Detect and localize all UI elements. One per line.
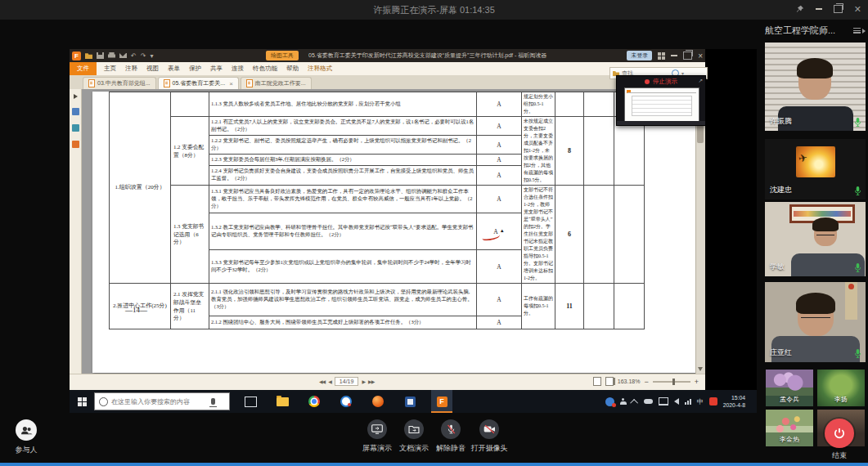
menu-home[interactable]: 主页 xyxy=(104,65,116,73)
participant-list-icon[interactable] xyxy=(853,28,866,34)
restore-icon[interactable] xyxy=(834,5,843,13)
taskbar-search[interactable] xyxy=(94,392,230,410)
doc-tab-3[interactable]: 南工院党政工作要... xyxy=(241,77,312,89)
doc-tab-1[interactable]: 03.中共教育部党组... xyxy=(83,77,156,89)
undo-icon[interactable]: ↶ xyxy=(131,52,137,60)
taskbar-clock[interactable]: 15:04 2020-4-8 xyxy=(723,394,745,409)
participant-video-zhuangyahong[interactable]: 庄亚红 xyxy=(765,282,866,362)
document-icon xyxy=(88,79,95,87)
table-cell: 2.1 发挥党支部战斗堡垒作用（11分） xyxy=(171,284,209,329)
zoom-in-icon[interactable]: + xyxy=(695,378,699,386)
redo-icon[interactable]: ↷ xyxy=(141,52,146,60)
participant-tile-shenjianzhong[interactable]: ✈ 沈建忠 xyxy=(765,139,866,199)
bookmarks-panel-icon[interactable] xyxy=(72,108,79,115)
contacts-tray-icon[interactable] xyxy=(620,398,627,405)
participant-video-xuemin[interactable]: 学敏 xyxy=(765,202,866,276)
menu-share[interactable]: 共享 xyxy=(210,65,223,73)
participant-name: 庄亚红 xyxy=(770,347,792,358)
foxit-logo-icon[interactable]: F xyxy=(72,52,81,60)
chrome-button[interactable] xyxy=(304,390,325,413)
participant-video-xuzhenteng[interactable]: 许振腾 xyxy=(765,43,866,131)
table-cell: 1.3.1 党支部书记应当具备良好政治素质，热爱党的工作，具有一定的政策理论水平… xyxy=(209,186,477,213)
table-cell xyxy=(614,284,645,329)
participant-tile-menglingbing[interactable]: 孟令兵 xyxy=(766,370,813,406)
menu-comment[interactable]: 注释 xyxy=(125,65,137,73)
search-mic-icon[interactable] xyxy=(211,398,215,405)
camera-off-icon xyxy=(483,424,496,434)
first-page-icon[interactable]: ◀◀ xyxy=(319,379,325,384)
pdf-minimize-icon[interactable] xyxy=(671,55,677,56)
camera-on-button[interactable]: 打开摄像头 xyxy=(465,419,514,454)
mic-muted-icon xyxy=(446,423,456,435)
camera-on-label: 打开摄像头 xyxy=(465,443,514,454)
minimize-icon[interactable] xyxy=(816,8,822,10)
doc-tab-2-label: 05.省委教育工委关... xyxy=(173,79,226,87)
menu-connect[interactable]: 连接 xyxy=(232,65,244,73)
close-icon[interactable]: ✕ xyxy=(854,3,861,15)
stop-presenting-button[interactable]: 停止演示 xyxy=(653,78,677,86)
participant-tile-lijinre[interactable]: 李金热 xyxy=(766,410,813,446)
open-file-icon[interactable] xyxy=(85,52,92,59)
browser-q-button[interactable] xyxy=(335,390,357,413)
table-cell: 支部书记不符合选任条件扣1-2分，教师党支部书记不是“双带头人”的扣2分。学生担… xyxy=(522,186,555,284)
next-page-icon[interactable]: ▶ xyxy=(362,379,365,384)
app-blue-button[interactable] xyxy=(399,390,421,413)
tab-close-icon[interactable]: × xyxy=(229,80,233,87)
task-view-button[interactable] xyxy=(240,390,261,413)
last-page-icon[interactable]: ▶▶ xyxy=(368,379,374,384)
ime-indicator[interactable]: 中 xyxy=(697,397,704,406)
browser-update-tray-icon[interactable] xyxy=(605,397,614,406)
menu-view[interactable]: 视图 xyxy=(146,65,159,73)
person-face xyxy=(798,62,831,100)
vertical-scrollbar[interactable] xyxy=(695,89,705,374)
menu-help[interactable]: 帮助 xyxy=(286,65,299,73)
menu-comment-format[interactable]: 注释格式 xyxy=(308,65,332,73)
doc-tab-2-active[interactable]: 05.省委教育工委关... × xyxy=(158,77,239,89)
scroll-down-icon[interactable] xyxy=(698,367,703,371)
facing-page-view-icon[interactable] xyxy=(605,377,614,386)
blue-app-icon xyxy=(405,397,416,407)
zoom-out-icon[interactable]: − xyxy=(644,378,648,386)
tray-expand-icon[interactable] xyxy=(630,398,638,406)
volume-tray-icon[interactable] xyxy=(674,398,679,405)
airplane-icon: ✈ xyxy=(797,151,808,165)
presenting-status-text: 许振腾正在演示-屏幕 01:14:35 xyxy=(0,0,868,20)
save-icon[interactable] xyxy=(97,52,104,59)
pdf-close-icon[interactable]: × xyxy=(698,52,703,60)
network-tray-icon[interactable] xyxy=(685,399,691,405)
prev-page-icon[interactable]: ◀ xyxy=(328,379,331,384)
expand-panel-icon[interactable] xyxy=(74,94,78,99)
account-login-button[interactable]: 未登录 xyxy=(627,51,652,60)
participant-tile-liyang[interactable]: 李扬 xyxy=(817,370,865,406)
pdf-restore-icon[interactable] xyxy=(683,52,692,60)
security-tray-icon[interactable] xyxy=(709,397,717,406)
expand-icon[interactable]: ↗ xyxy=(698,78,703,84)
device-tray-icon[interactable] xyxy=(659,397,668,406)
layout-grid-icon[interactable] xyxy=(658,52,665,60)
foxit-taskbar-button[interactable]: F xyxy=(431,390,452,413)
pdf-body: 1.组织设置（20分） 1.1.3 党员人数较多或者党员工作地、居住地比较分散的… xyxy=(70,89,705,374)
file-explorer-button[interactable] xyxy=(272,390,293,413)
print-icon[interactable] xyxy=(108,52,115,59)
participants-button[interactable]: 参与人 xyxy=(2,419,51,455)
quick-access-dropdown-icon[interactable]: ▾ xyxy=(150,52,153,60)
cloud-tray-icon[interactable] xyxy=(644,399,653,404)
end-meeting-button[interactable] xyxy=(825,419,854,448)
start-button[interactable] xyxy=(70,390,94,413)
page-indicator[interactable]: 14/19 xyxy=(335,377,359,386)
menu-form[interactable]: 表单 xyxy=(168,65,180,73)
menu-file[interactable]: 文件 xyxy=(70,62,97,75)
table-cell: 1.2.4 支部书记负责抓好支委会自身建设，支委会成员按照职责分工开展工作，自觉… xyxy=(209,165,477,185)
menu-features[interactable]: 特色功能 xyxy=(253,65,277,73)
pin-icon[interactable] xyxy=(796,4,804,14)
layers-panel-icon[interactable] xyxy=(72,124,79,132)
participant-name: 孟令兵 xyxy=(766,395,813,404)
single-page-view-icon[interactable] xyxy=(593,377,601,386)
app-orange-ball-button[interactable] xyxy=(367,390,389,413)
attachments-panel-icon[interactable] xyxy=(72,141,79,148)
zoom-slider[interactable] xyxy=(653,381,690,383)
context-tab-drawing-tools[interactable]: 绘图工具 xyxy=(266,51,299,60)
menu-protect[interactable]: 保护 xyxy=(189,65,201,73)
taskbar-search-input[interactable] xyxy=(111,398,208,406)
email-icon[interactable] xyxy=(119,53,127,58)
